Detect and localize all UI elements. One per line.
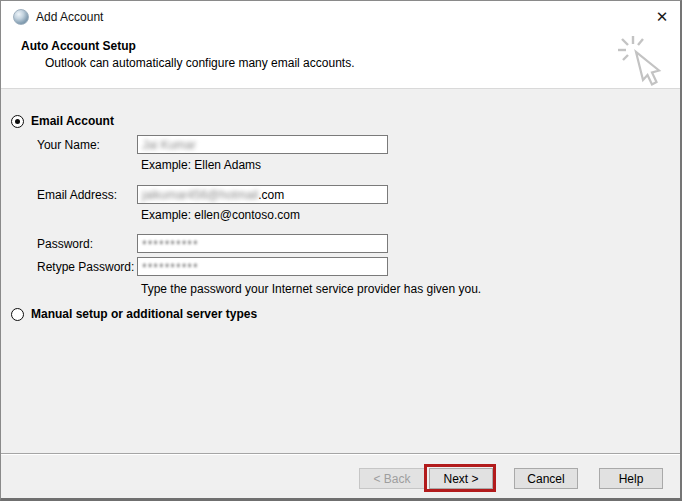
- redacted-name-value: Jai Kumar: [142, 138, 196, 152]
- footer-divider: [1, 453, 680, 455]
- add-account-dialog: Add Account ✕ Auto Account Setup Outlook…: [0, 0, 682, 501]
- email-address-example: Example: ellen@contoso.com: [141, 208, 300, 222]
- wizard-step-title: Auto Account Setup: [21, 39, 136, 53]
- manual-setup-option[interactable]: Manual setup or additional server types: [11, 307, 257, 321]
- password-label: Password:: [37, 237, 93, 251]
- radio-checked-icon[interactable]: [11, 115, 24, 128]
- globe-icon: [13, 9, 29, 25]
- retype-password-input[interactable]: **********: [137, 257, 388, 276]
- header-zone: Add Account ✕ Auto Account Setup Outlook…: [1, 1, 680, 89]
- email-address-label: Email Address:: [37, 188, 117, 202]
- email-account-option[interactable]: Email Account: [11, 114, 114, 128]
- manual-setup-label: Manual setup or additional server types: [31, 307, 257, 321]
- cancel-button[interactable]: Cancel: [514, 468, 578, 489]
- next-button[interactable]: Next >: [429, 468, 493, 489]
- password-mask: **********: [142, 235, 199, 252]
- wizard-step-subtitle: Outlook can automatically configure many…: [45, 56, 355, 70]
- password-input[interactable]: **********: [137, 234, 388, 253]
- window-title: Add Account: [36, 10, 103, 24]
- retype-password-mask: **********: [142, 258, 199, 275]
- password-help-text: Type the password your Internet service …: [141, 282, 481, 296]
- back-button[interactable]: < Back: [359, 468, 425, 489]
- your-name-input[interactable]: Jai Kumar: [137, 135, 388, 154]
- close-icon: ✕: [656, 8, 669, 26]
- your-name-label: Your Name:: [37, 138, 100, 152]
- your-name-example: Example: Ellen Adams: [141, 158, 261, 172]
- radio-unchecked-icon[interactable]: [11, 308, 24, 321]
- close-button[interactable]: ✕: [650, 5, 674, 29]
- email-visible-suffix: .com: [258, 188, 284, 202]
- retype-password-label: Retype Password:: [37, 260, 134, 274]
- redacted-email-value: jaikumar456@hotmail: [142, 188, 258, 202]
- email-address-input[interactable]: jaikumar456@hotmail.com: [137, 185, 388, 204]
- email-account-label: Email Account: [31, 114, 114, 128]
- help-button[interactable]: Help: [599, 468, 663, 489]
- cursor-click-icon: [618, 35, 668, 87]
